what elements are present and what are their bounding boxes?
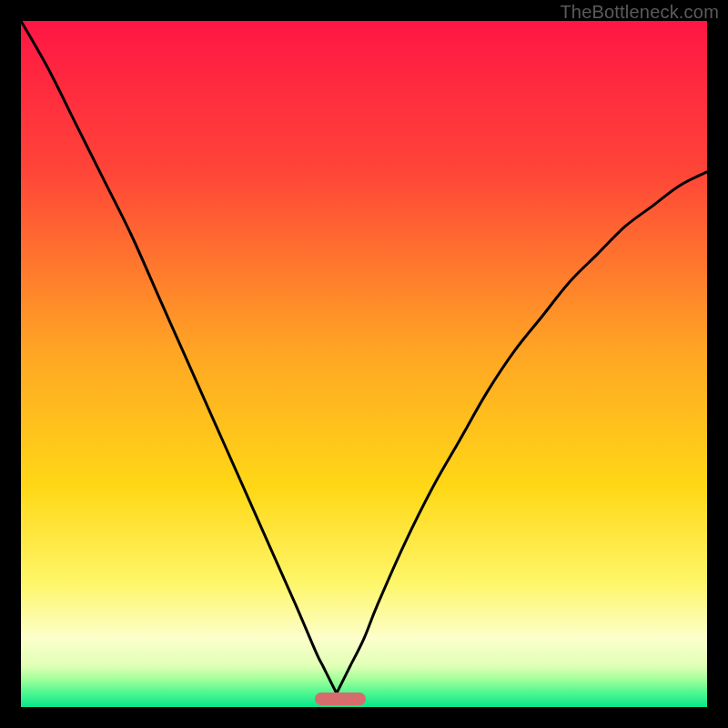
curve-layer bbox=[21, 21, 707, 707]
chart-frame: TheBottleneck.com bbox=[0, 0, 728, 728]
plot-area bbox=[21, 21, 707, 707]
curve-bottleneck-left bbox=[21, 21, 337, 693]
watermark-text: TheBottleneck.com bbox=[560, 2, 719, 23]
optimal-marker bbox=[315, 693, 366, 705]
curve-bottleneck-right bbox=[337, 172, 707, 693]
